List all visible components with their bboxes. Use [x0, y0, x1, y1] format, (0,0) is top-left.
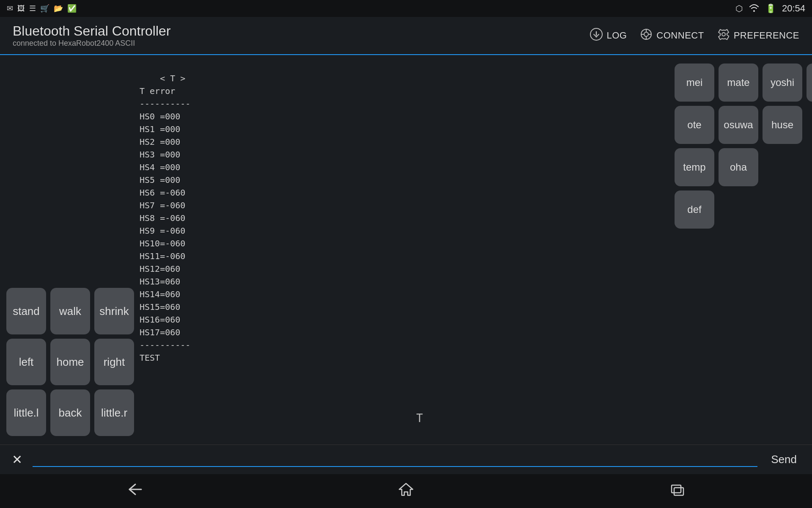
mei-button[interactable]: mei: [675, 64, 714, 102]
right-button[interactable]: right: [94, 339, 134, 385]
app-subtitle: connected to HexaRobot2400 ASCII: [13, 39, 171, 48]
right-row-1: mei mate yoshi def: [675, 64, 806, 102]
recents-nav-button[interactable]: [660, 478, 694, 504]
preference-button[interactable]: PREFERENCE: [717, 28, 799, 44]
osuwa-button[interactable]: osuwa: [719, 106, 758, 144]
text-input[interactable]: [33, 453, 757, 464]
connect-label: CONNECT: [656, 30, 704, 41]
btn-row-2: left home right: [6, 339, 125, 385]
clock: 20:54: [782, 3, 805, 14]
back-nav-icon: [127, 482, 144, 500]
image-icon: 🖼: [17, 4, 25, 13]
def-button-2[interactable]: def: [675, 190, 714, 229]
battery-icon: 🔋: [765, 3, 776, 14]
input-bar: ✕ Send: [0, 444, 812, 474]
wifi-icon: [749, 3, 760, 14]
svg-rect-10: [674, 488, 683, 495]
btn-row-1: stand walk shrink: [6, 288, 125, 334]
back-button[interactable]: back: [50, 389, 90, 436]
app-title: Bluetooth Serial Controller: [13, 23, 171, 39]
app-bar-actions: LOG CONNECT PREF: [590, 28, 799, 44]
svg-point-8: [722, 33, 725, 36]
def-button-1[interactable]: def: [807, 64, 812, 102]
bluetooth-icon: ⬡: [735, 3, 743, 14]
left-button[interactable]: left: [6, 339, 46, 385]
svg-point-3: [644, 32, 648, 36]
list-icon: ☰: [29, 4, 36, 13]
left-controls: stand walk shrink left home right little…: [0, 279, 131, 444]
right-row-4: def: [675, 190, 806, 229]
right-row-3: temp oha: [675, 148, 806, 186]
status-bar-right: ⬡ 🔋 20:54: [735, 3, 805, 14]
mail-icon: ✉: [7, 4, 13, 13]
oha-button[interactable]: oha: [719, 148, 758, 186]
btn-row-3: little.l back little.r: [6, 389, 125, 436]
little-r-button[interactable]: little.r: [94, 389, 134, 436]
log-cursor: T: [416, 412, 423, 425]
connect-icon: [639, 28, 653, 44]
recents-nav-icon: [668, 482, 685, 500]
main-content: stand walk shrink left home right little…: [0, 55, 812, 444]
back-nav-button[interactable]: [118, 478, 152, 504]
status-bar-left: ✉ 🖼 ☰ 🛒 📂 ✅: [7, 4, 77, 13]
send-button[interactable]: Send: [764, 450, 804, 469]
log-label: LOG: [606, 30, 627, 41]
preference-icon: [717, 28, 730, 44]
shrink-button[interactable]: shrink: [94, 288, 134, 334]
connect-button[interactable]: CONNECT: [639, 28, 704, 44]
svg-rect-9: [672, 485, 681, 493]
huse-button[interactable]: huse: [763, 106, 802, 144]
preference-label: PREFERENCE: [734, 30, 799, 41]
home-nav-button[interactable]: [389, 478, 423, 504]
little-l-button[interactable]: little.l: [6, 389, 46, 436]
app-title-block: Bluetooth Serial Controller connected to…: [13, 23, 171, 48]
text-input-wrapper: [33, 453, 757, 467]
ote-button[interactable]: ote: [675, 106, 714, 144]
cart-icon: 🛒: [40, 4, 49, 13]
log-content: < T > T error ---------- HS0 =000 HS1 =0…: [140, 73, 190, 363]
check-icon: ✅: [67, 4, 77, 13]
folder-icon: 📂: [54, 4, 63, 13]
stand-button[interactable]: stand: [6, 288, 46, 334]
clear-button[interactable]: ✕: [8, 450, 26, 469]
log-icon: [590, 28, 603, 44]
log-area: < T > T error ---------- HS0 =000 HS1 =0…: [131, 55, 668, 444]
yoshi-button[interactable]: yoshi: [763, 64, 802, 102]
log-button[interactable]: LOG: [590, 28, 627, 44]
nav-bar: [0, 474, 812, 508]
mate-button[interactable]: mate: [719, 64, 758, 102]
right-controls: mei mate yoshi def ote osuwa huse temp o…: [668, 55, 812, 237]
walk-button[interactable]: walk: [50, 288, 90, 334]
home-button[interactable]: home: [50, 339, 90, 385]
app-bar: Bluetooth Serial Controller connected to…: [0, 17, 812, 55]
status-bar: ✉ 🖼 ☰ 🛒 📂 ✅ ⬡ 🔋 20:54: [0, 0, 812, 17]
right-row-2: ote osuwa huse: [675, 106, 806, 144]
home-nav-icon: [398, 482, 414, 500]
temp-button[interactable]: temp: [675, 148, 714, 186]
